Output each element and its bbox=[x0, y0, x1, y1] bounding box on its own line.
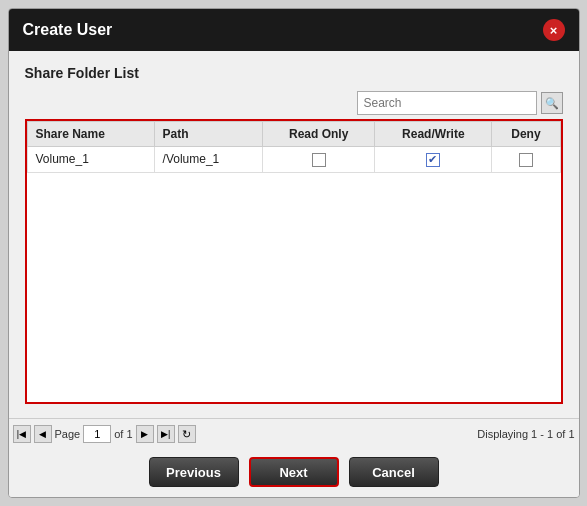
cell-path: /Volume_1 bbox=[154, 147, 262, 173]
share-folder-table-wrapper: Share Name Path Read Only Read/Write Den… bbox=[25, 119, 563, 404]
create-user-dialog: Create User × Share Folder List 🔍 Share … bbox=[8, 8, 580, 498]
refresh-button[interactable]: ↻ bbox=[178, 425, 196, 443]
search-button[interactable]: 🔍 bbox=[541, 92, 563, 114]
section-title: Share Folder List bbox=[25, 65, 563, 81]
share-folder-table: Share Name Path Read Only Read/Write Den… bbox=[27, 121, 561, 173]
close-button[interactable]: × bbox=[543, 19, 565, 41]
prev-page-button[interactable]: ◀ bbox=[34, 425, 52, 443]
table-row: Volume_1/Volume_1 bbox=[27, 147, 560, 173]
content-area: Share Folder List 🔍 Share Name Path Read… bbox=[9, 51, 579, 418]
col-read-only: Read Only bbox=[263, 122, 375, 147]
displaying-label: Displaying 1 - 1 of 1 bbox=[477, 428, 574, 440]
dialog-title: Create User bbox=[23, 21, 113, 39]
cell-read-only[interactable] bbox=[263, 147, 375, 173]
footer: Previous Next Cancel bbox=[9, 449, 579, 497]
cancel-button[interactable]: Cancel bbox=[349, 457, 439, 487]
table-header-row: Share Name Path Read Only Read/Write Den… bbox=[27, 122, 560, 147]
title-bar: Create User × bbox=[9, 9, 579, 51]
page-of-label: of 1 bbox=[114, 428, 132, 440]
page-number-input[interactable] bbox=[83, 425, 111, 443]
col-deny: Deny bbox=[492, 122, 560, 147]
pagination-controls: |◀ ◀ Page of 1 ▶ ▶| ↻ bbox=[13, 425, 196, 443]
pagination-bar: |◀ ◀ Page of 1 ▶ ▶| ↻ Displaying 1 - 1 o… bbox=[9, 418, 579, 449]
cell-share-name: Volume_1 bbox=[27, 147, 154, 173]
search-row: 🔍 bbox=[25, 91, 563, 115]
col-read-write: Read/Write bbox=[375, 122, 492, 147]
col-share-name: Share Name bbox=[27, 122, 154, 147]
page-label: Page bbox=[55, 428, 81, 440]
search-input[interactable] bbox=[357, 91, 537, 115]
next-button[interactable]: Next bbox=[249, 457, 339, 487]
next-page-button[interactable]: ▶ bbox=[136, 425, 154, 443]
col-path: Path bbox=[154, 122, 262, 147]
cell-deny[interactable] bbox=[492, 147, 560, 173]
last-page-button[interactable]: ▶| bbox=[157, 425, 175, 443]
cell-read-write[interactable] bbox=[375, 147, 492, 173]
first-page-button[interactable]: |◀ bbox=[13, 425, 31, 443]
previous-button[interactable]: Previous bbox=[149, 457, 239, 487]
